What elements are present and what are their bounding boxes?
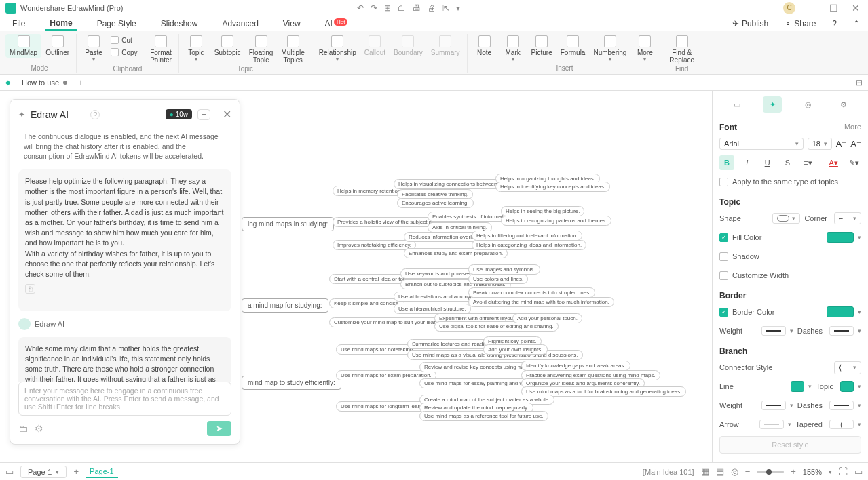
highlight-button[interactable]: ✎▾ bbox=[846, 155, 861, 170]
props-tab-style[interactable]: ▭ bbox=[728, 96, 747, 113]
custom-width-checkbox[interactable] bbox=[719, 271, 728, 280]
strike-button[interactable]: S bbox=[780, 155, 795, 170]
maximize-button[interactable]: ☐ bbox=[827, 3, 841, 14]
shadow-checkbox[interactable] bbox=[719, 252, 728, 261]
apply-same-checkbox[interactable] bbox=[719, 178, 728, 186]
outline-view-icon[interactable]: ▤ bbox=[716, 466, 724, 477]
mm-root-3[interactable]: mind map to study efficiently: bbox=[242, 376, 341, 390]
outliner-mode-button[interactable]: Outliner bbox=[41, 34, 73, 58]
font-more-link[interactable]: More bbox=[844, 123, 861, 132]
zoom-out-button[interactable]: − bbox=[745, 466, 751, 477]
topic-button[interactable]: Topic▾ bbox=[182, 34, 210, 65]
branch-line-color[interactable] bbox=[791, 381, 804, 392]
paste-button[interactable]: Paste▾ bbox=[79, 34, 108, 65]
sidebar-toggle-icon[interactable]: ▭ bbox=[5, 466, 14, 477]
props-tab-location[interactable]: ◎ bbox=[799, 96, 818, 113]
cut-button[interactable]: Cut bbox=[108, 34, 146, 46]
mm-root-2[interactable]: a mind map for studying: bbox=[242, 298, 328, 313]
mm-node[interactable]: Use colors and lines. bbox=[468, 274, 528, 284]
add-page-button[interactable]: + bbox=[73, 466, 79, 477]
mm-node[interactable]: Identify knowledge gaps and weak areas. bbox=[521, 361, 630, 371]
share-button[interactable]: ⚬Share bbox=[785, 19, 816, 28]
ai-add-button[interactable]: + bbox=[197, 109, 210, 120]
mm-root-1[interactable]: ing mind maps in studying: bbox=[242, 217, 334, 231]
qat-more-icon[interactable]: ▾ bbox=[456, 3, 460, 13]
ai-help-icon[interactable]: ? bbox=[90, 110, 100, 119]
summary-button[interactable]: Summary bbox=[427, 34, 464, 64]
new-icon[interactable]: ⊞ bbox=[384, 3, 391, 13]
mindmap-mode-button[interactable]: MindMap bbox=[5, 34, 41, 58]
copy-button[interactable]: Copy bbox=[108, 46, 146, 58]
numbering-button[interactable]: Numbering▾ bbox=[589, 34, 630, 64]
align-button[interactable]: ≡▾ bbox=[800, 155, 815, 170]
callout-button[interactable]: Callout bbox=[360, 34, 390, 64]
menu-page-style[interactable]: Page Style bbox=[93, 18, 140, 30]
font-color-button[interactable]: A▾ bbox=[826, 155, 841, 170]
page-tab[interactable]: Page-1 bbox=[86, 466, 117, 478]
underline-button[interactable]: U bbox=[760, 155, 775, 170]
subtopic-button[interactable]: Subtopic bbox=[210, 34, 245, 65]
mm-node[interactable]: Break down complex concepts into simpler… bbox=[468, 287, 595, 298]
zoom-level[interactable]: 155% bbox=[803, 468, 822, 476]
border-color-checkbox[interactable]: ✓ bbox=[719, 308, 728, 317]
font-family-select[interactable]: Arial▾ bbox=[719, 138, 804, 150]
redo-icon[interactable]: ↷ bbox=[371, 3, 377, 13]
more-insert-button[interactable]: More▾ bbox=[630, 34, 659, 64]
focus-view-icon[interactable]: ◎ bbox=[731, 466, 738, 477]
mm-node[interactable]: Avoid cluttering the mind map with too m… bbox=[468, 297, 614, 307]
page-select[interactable]: Page-1▾ bbox=[20, 466, 67, 478]
font-decrease-button[interactable]: A⁻ bbox=[850, 139, 861, 149]
menu-ai[interactable]: AIHot bbox=[321, 18, 352, 30]
multiple-topics-button[interactable]: Multiple Topics bbox=[277, 34, 308, 65]
undo-icon[interactable]: ↶ bbox=[357, 3, 364, 13]
font-increase-button[interactable]: A⁺ bbox=[836, 139, 847, 149]
menu-home[interactable]: Home bbox=[45, 17, 76, 31]
mm-node[interactable]: Encourages active learning. bbox=[397, 198, 474, 208]
menu-advanced[interactable]: Advanced bbox=[218, 18, 262, 30]
corner-select[interactable]: ⌐▾ bbox=[834, 212, 861, 224]
publish-button[interactable]: ✈Publish bbox=[732, 19, 768, 28]
mark-button[interactable]: Mark▾ bbox=[499, 34, 527, 64]
boundary-button[interactable]: Boundary bbox=[390, 34, 427, 64]
menu-slideshow[interactable]: Slideshow bbox=[157, 18, 202, 30]
menu-file[interactable]: File bbox=[8, 18, 29, 30]
fullscreen-icon[interactable]: ⛶ bbox=[839, 466, 848, 477]
zoom-in-button[interactable]: + bbox=[791, 466, 796, 477]
props-tab-settings[interactable]: ⚙ bbox=[834, 96, 853, 113]
mm-node[interactable]: Use keywords and phrases. bbox=[400, 268, 477, 279]
relationship-button[interactable]: Relationship▾ bbox=[315, 34, 360, 64]
font-size-select[interactable]: 18▾ bbox=[808, 138, 832, 150]
italic-button[interactable]: I bbox=[740, 155, 755, 170]
save-icon[interactable]: 🖶 bbox=[413, 3, 421, 13]
mm-node[interactable]: Improves notetaking efficiency. bbox=[333, 240, 416, 250]
mm-node[interactable]: Helps in recognizing patterns and themes… bbox=[501, 216, 611, 226]
fill-color-checkbox[interactable]: ✓ bbox=[719, 233, 728, 242]
grid-view-icon[interactable]: ▦ bbox=[701, 466, 709, 477]
ai-close-button[interactable]: ✕ bbox=[223, 108, 231, 121]
mm-node[interactable]: Use images and symbols. bbox=[468, 264, 540, 275]
note-button[interactable]: Note bbox=[470, 34, 499, 64]
user-avatar[interactable]: C bbox=[783, 2, 795, 14]
zoom-slider[interactable] bbox=[757, 471, 784, 473]
border-color-swatch[interactable] bbox=[827, 306, 854, 317]
bold-button[interactable]: B bbox=[719, 155, 734, 170]
ai-settings-icon[interactable]: ⚙ bbox=[35, 423, 43, 434]
reset-style-button[interactable]: Reset style bbox=[719, 436, 861, 454]
border-dashes-select[interactable] bbox=[829, 326, 854, 336]
branch-topic-color[interactable] bbox=[840, 381, 854, 392]
mm-node[interactable]: Use mind maps for notetaking. bbox=[336, 344, 419, 355]
border-weight-select[interactable] bbox=[761, 326, 786, 336]
print-icon[interactable]: 🖨 bbox=[428, 3, 436, 13]
ai-send-button[interactable]: ➤ bbox=[207, 421, 231, 436]
find-replace-button[interactable]: Find & Replace bbox=[665, 34, 698, 65]
doc-tab-howtouse[interactable]: How to use bbox=[16, 77, 73, 88]
close-button[interactable]: ✕ bbox=[849, 3, 863, 14]
mindmap-canvas[interactable]: ✦ Edraw AI ? ● 10w + ✕ The continuous di… bbox=[0, 91, 712, 462]
branch-weight-select[interactable] bbox=[761, 401, 786, 410]
minimize-button[interactable]: — bbox=[804, 3, 818, 14]
mm-node[interactable]: Helps in seeing the big picture. bbox=[501, 206, 584, 216]
export-icon[interactable]: ⇱ bbox=[442, 3, 449, 13]
mm-node[interactable]: Use mind maps as a reference tool for fu… bbox=[419, 411, 548, 421]
branch-tapered-select[interactable]: ( bbox=[829, 420, 854, 429]
mm-node[interactable]: Helps in filtering out irrelevant inform… bbox=[472, 231, 582, 241]
